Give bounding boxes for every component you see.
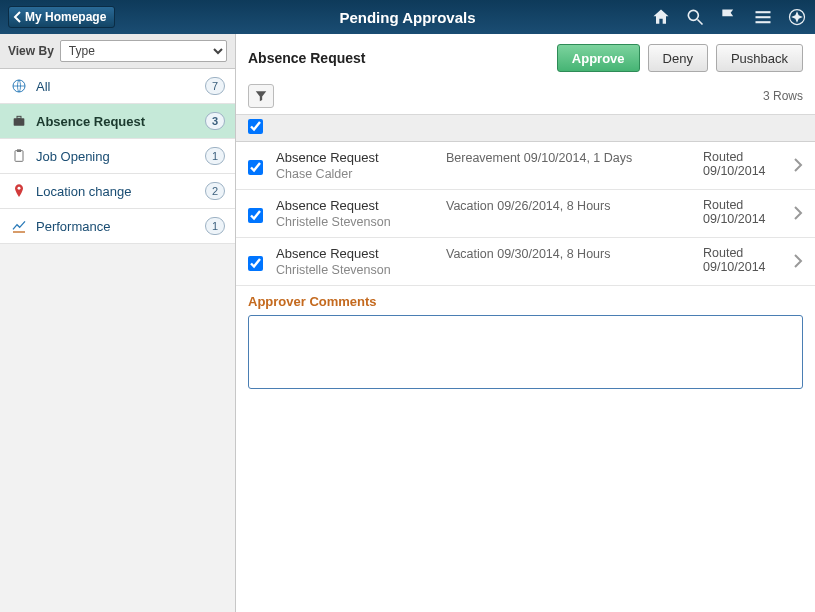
suitcase-icon [10, 112, 28, 130]
row-status: Routed [703, 150, 783, 164]
svg-rect-3 [756, 16, 771, 18]
search-icon[interactable] [685, 7, 705, 27]
approval-row[interactable]: Absence RequestChristelle StevensonVacat… [236, 238, 815, 286]
sidebar-item-count: 1 [205, 217, 225, 235]
rows-container: Absence RequestChase CalderBereavement 0… [236, 142, 815, 286]
viewby-row: View By Type [0, 34, 235, 69]
sidebar-list: All7Absence Request3Job Opening1Location… [0, 69, 235, 244]
row-title: Absence Request [276, 246, 436, 261]
select-all-checkbox[interactable] [248, 119, 263, 134]
chevron-left-icon [13, 11, 23, 23]
sidebar-item-location-change[interactable]: Location change2 [0, 174, 235, 209]
back-button[interactable]: My Homepage [8, 6, 115, 28]
approver-comments-label: Approver Comments [248, 294, 803, 309]
chart-icon [10, 217, 28, 235]
deny-button[interactable]: Deny [648, 44, 708, 72]
sidebar-item-label: All [36, 79, 197, 94]
flag-icon[interactable] [719, 7, 739, 27]
row-date: 09/10/2014 [703, 212, 783, 226]
row-checkbox[interactable] [248, 160, 263, 175]
row-date: 09/10/2014 [703, 260, 783, 274]
compass-icon[interactable] [787, 7, 807, 27]
svg-point-11 [18, 187, 21, 190]
filter-row: 3 Rows [236, 80, 815, 115]
back-button-label: My Homepage [25, 10, 106, 24]
main-panel: Absence Request Approve Deny Pushback 3 … [236, 34, 815, 612]
row-detail: Vacation 09/26/2014, 8 Hours [446, 198, 693, 213]
svg-rect-2 [756, 11, 771, 13]
home-icon[interactable] [651, 7, 671, 27]
sidebar-item-all[interactable]: All7 [0, 69, 235, 104]
pin-icon [10, 182, 28, 200]
sidebar-item-label: Location change [36, 184, 197, 199]
chevron-right-icon [793, 198, 809, 220]
svg-rect-4 [756, 21, 771, 23]
approver-comments-block: Approver Comments [236, 286, 815, 400]
chevron-right-icon [793, 246, 809, 268]
main-title: Absence Request [248, 50, 549, 66]
approval-row[interactable]: Absence RequestChase CalderBereavement 0… [236, 142, 815, 190]
approve-button[interactable]: Approve [557, 44, 640, 72]
row-person: Christelle Stevenson [276, 263, 436, 277]
sidebar-item-count: 7 [205, 77, 225, 95]
row-status: Routed [703, 246, 783, 260]
row-title: Absence Request [276, 198, 436, 213]
sidebar-item-label: Job Opening [36, 149, 197, 164]
funnel-icon [254, 89, 268, 103]
row-person: Christelle Stevenson [276, 215, 436, 229]
chevron-right-icon [793, 150, 809, 172]
row-date: 09/10/2014 [703, 164, 783, 178]
filter-button[interactable] [248, 84, 274, 108]
row-title: Absence Request [276, 150, 436, 165]
approval-row[interactable]: Absence RequestChristelle StevensonVacat… [236, 190, 815, 238]
svg-rect-7 [14, 118, 25, 125]
sidebar-item-label: Absence Request [36, 114, 197, 129]
sidebar-item-absence-request[interactable]: Absence Request3 [0, 104, 235, 139]
viewby-label: View By [8, 44, 54, 58]
approver-comments-input[interactable] [248, 315, 803, 389]
main-header: Absence Request Approve Deny Pushback [236, 34, 815, 80]
select-all-row [236, 115, 815, 142]
clipboard-icon [10, 147, 28, 165]
row-checkbox[interactable] [248, 256, 263, 271]
sidebar-item-count: 3 [205, 112, 225, 130]
rows-count-label: 3 Rows [763, 89, 803, 103]
sidebar-item-job-opening[interactable]: Job Opening1 [0, 139, 235, 174]
svg-rect-8 [17, 116, 21, 118]
row-detail: Vacation 09/30/2014, 8 Hours [446, 246, 693, 261]
app-banner: My Homepage Pending Approvals [0, 0, 815, 34]
sidebar-item-performance[interactable]: Performance1 [0, 209, 235, 244]
row-person: Chase Calder [276, 167, 436, 181]
sidebar-item-count: 2 [205, 182, 225, 200]
svg-point-0 [688, 10, 698, 20]
svg-rect-9 [15, 151, 23, 162]
sidebar-item-label: Performance [36, 219, 197, 234]
row-status: Routed [703, 198, 783, 212]
globe-icon [10, 77, 28, 95]
sidebar: View By Type All7Absence Request3Job Ope… [0, 34, 236, 612]
banner-icon-group [651, 7, 807, 27]
pushback-button[interactable]: Pushback [716, 44, 803, 72]
row-detail: Bereavement 09/10/2014, 1 Days [446, 150, 693, 165]
svg-line-1 [698, 20, 703, 25]
menu-icon[interactable] [753, 7, 773, 27]
sidebar-item-count: 1 [205, 147, 225, 165]
row-checkbox[interactable] [248, 208, 263, 223]
svg-rect-10 [17, 149, 21, 152]
viewby-select[interactable]: Type [60, 40, 227, 62]
